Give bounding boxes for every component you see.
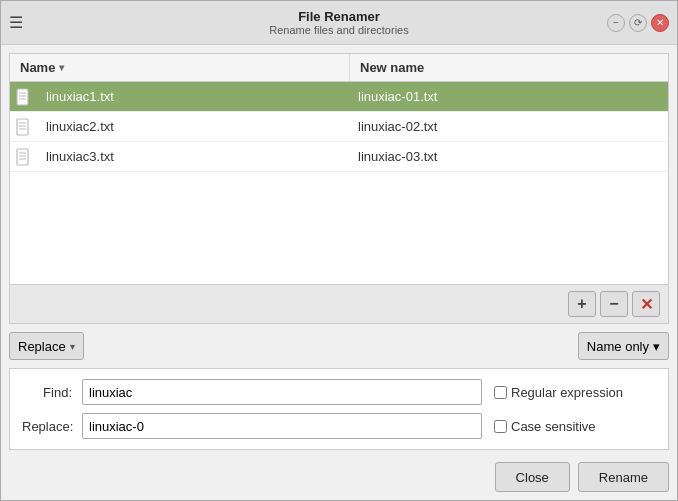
add-file-button[interactable]: + xyxy=(568,291,596,317)
find-label: Find: xyxy=(22,385,82,400)
scope-select[interactable]: Name only ▾ xyxy=(578,332,669,360)
regex-checkbox[interactable] xyxy=(494,386,507,399)
case-checkbox-area: Case sensitive xyxy=(494,419,596,434)
regex-checkbox-area: Regular expression xyxy=(494,385,623,400)
file-icon xyxy=(10,88,38,106)
file-icon xyxy=(10,148,38,166)
rename-button[interactable]: Rename xyxy=(578,462,669,492)
form-area: Find: Regular expression Replace: Case s… xyxy=(9,368,669,450)
table-body: linuxiac1.txt linuxiac-01.txt linuxiac2.… xyxy=(10,82,668,284)
svg-rect-0 xyxy=(17,89,28,105)
controls-row: Replace ▾ Name only ▾ xyxy=(1,324,677,368)
table-header: Name ▾ New name xyxy=(10,54,668,82)
mode-dropdown-arrow-icon: ▾ xyxy=(70,341,75,352)
column-name: Name ▾ xyxy=(10,54,350,81)
cell-newname: linuxiac-01.txt xyxy=(350,86,668,107)
delete-file-button[interactable]: ✕ xyxy=(632,291,660,317)
case-checkbox[interactable] xyxy=(494,420,507,433)
replace-label: Replace: xyxy=(22,419,82,434)
cell-filename: linuxiac3.txt xyxy=(38,146,350,167)
restore-button[interactable]: ⟳ xyxy=(629,14,647,32)
replace-row: Replace: Case sensitive xyxy=(22,413,656,439)
scope-dropdown-arrow-icon: ▾ xyxy=(653,339,660,354)
table-row[interactable]: linuxiac2.txt linuxiac-02.txt xyxy=(10,112,668,142)
remove-file-button[interactable]: − xyxy=(600,291,628,317)
column-newname: New name xyxy=(350,54,668,81)
scope-label: Name only xyxy=(587,339,649,354)
replace-input[interactable] xyxy=(82,413,482,439)
minimize-button[interactable]: − xyxy=(607,14,625,32)
close-button[interactable]: Close xyxy=(495,462,570,492)
window-subtitle: Rename files and directories xyxy=(269,24,408,36)
window-controls: − ⟳ ✕ xyxy=(607,14,669,32)
title-bar: ☰ File Renamer Rename files and director… xyxy=(1,1,677,45)
mode-select[interactable]: Replace ▾ xyxy=(9,332,84,360)
file-table: Name ▾ New name linuxiac1.txt l xyxy=(9,53,669,285)
title-center: File Renamer Rename files and directorie… xyxy=(269,9,408,36)
find-row: Find: Regular expression xyxy=(22,379,656,405)
cell-newname: linuxiac-02.txt xyxy=(350,116,668,137)
cell-newname: linuxiac-03.txt xyxy=(350,146,668,167)
regex-label: Regular expression xyxy=(511,385,623,400)
cell-filename: linuxiac2.txt xyxy=(38,116,350,137)
file-icon xyxy=(10,118,38,136)
find-input[interactable] xyxy=(82,379,482,405)
window-title: File Renamer xyxy=(269,9,408,24)
table-toolbar: + − ✕ xyxy=(9,285,669,324)
cell-filename: linuxiac1.txt xyxy=(38,86,350,107)
button-row: Close Rename xyxy=(1,458,677,500)
svg-rect-8 xyxy=(17,149,28,165)
mode-label: Replace xyxy=(18,339,66,354)
menu-icon[interactable]: ☰ xyxy=(9,13,23,32)
svg-rect-4 xyxy=(17,119,28,135)
close-window-button[interactable]: ✕ xyxy=(651,14,669,32)
case-label: Case sensitive xyxy=(511,419,596,434)
main-window: ☰ File Renamer Rename files and director… xyxy=(0,0,678,501)
table-row[interactable]: linuxiac1.txt linuxiac-01.txt xyxy=(10,82,668,112)
sort-arrow-icon: ▾ xyxy=(59,62,64,73)
table-row[interactable]: linuxiac3.txt linuxiac-03.txt xyxy=(10,142,668,172)
